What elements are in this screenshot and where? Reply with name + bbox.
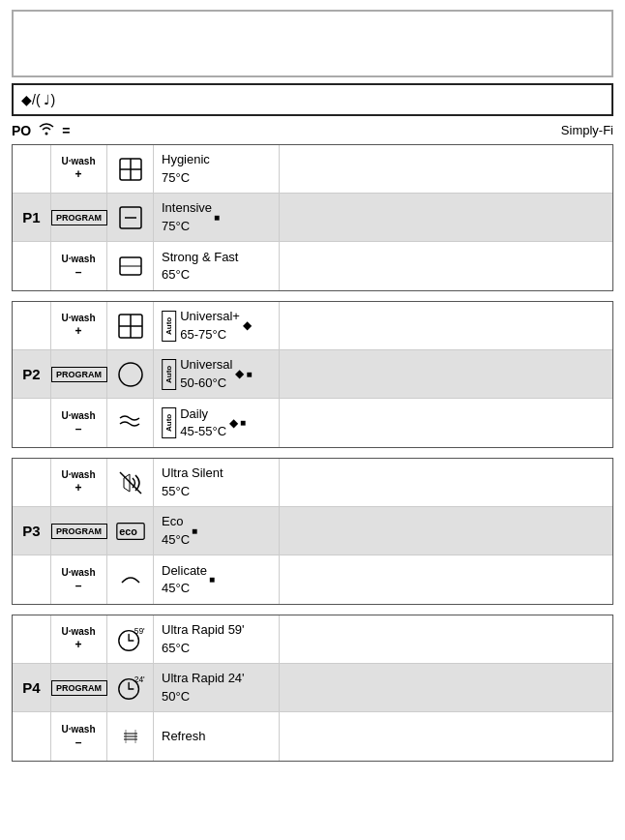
uwash-label-cell: U·wash+: [51, 145, 107, 193]
program-name: Strong & Fast 65°C: [154, 242, 280, 290]
program-id-spacer: [13, 145, 51, 193]
program-id-spacer: [13, 555, 51, 604]
uwash-label: U·wash+: [51, 155, 107, 183]
programs-container: U·wash+Hygienic 75°CP1PROGRAMIntensive 7…: [12, 144, 613, 762]
uwash-label-cell: U·wash+: [51, 459, 107, 506]
program-badge-cell: PROGRAM: [51, 350, 107, 398]
program-row: U·wash+Hygienic 75°C: [13, 145, 612, 194]
program-row: U·wash+AutoUniversal+ 65-75°C◆: [13, 302, 612, 350]
square-indicator: ■: [214, 211, 220, 225]
wifi-icon: [37, 122, 56, 138]
program-name-text: Eco 45°C: [162, 513, 190, 548]
program-id-spacer: [13, 302, 51, 349]
program-name: Delicate 45°C■: [154, 555, 280, 604]
svg-point-11: [119, 363, 142, 386]
options-cell: [280, 507, 612, 555]
uwash-label: U·wash–: [51, 566, 107, 594]
uwash-text: U·wash: [61, 723, 95, 735]
program-row: U·wash–AutoDaily 45-55°C◆■: [13, 399, 612, 447]
program-name: Eco 45°C■: [154, 507, 280, 555]
icon-universal-plus: [107, 302, 154, 349]
program-id-p1: P1: [13, 194, 51, 241]
program-id-spacer: [13, 242, 51, 290]
svg-line-12: [120, 472, 141, 494]
icon-daily: [107, 399, 154, 447]
program-id-p2: P2: [13, 350, 51, 398]
uwash-label-cell: U·wash–: [51, 399, 107, 447]
uwash-text: U·wash: [61, 155, 95, 167]
program-id-p4: P4: [13, 664, 51, 711]
uwash-text: U·wash: [61, 312, 95, 324]
program-name-text: Intensive 75°C: [162, 199, 212, 234]
options-cell: [280, 459, 612, 506]
icon-rapid59: 59': [107, 615, 154, 663]
program-name-text: Delicate 45°C: [162, 562, 207, 597]
program-id-spacer: [13, 459, 51, 506]
program-name-text: Hygienic 75°C: [162, 151, 210, 186]
options-cell: [280, 350, 612, 398]
auto-badge: Auto: [162, 359, 176, 390]
diamond-indicator: ◆: [243, 317, 252, 334]
program-row: P2PROGRAMAutoUniversal 50-60°C◆■: [13, 350, 612, 399]
program-badge-cell: PROGRAM: [51, 664, 107, 711]
program-group-p1: U·wash+Hygienic 75°CP1PROGRAMIntensive 7…: [12, 144, 613, 291]
uwash-sign: +: [74, 638, 81, 653]
svg-text:eco: eco: [119, 525, 137, 537]
uwash-label-cell: U·wash–: [51, 555, 107, 604]
program-id-spacer: [13, 615, 51, 663]
icon-intensive: [107, 194, 154, 241]
program-name: AutoDaily 45-55°C◆■: [154, 399, 280, 447]
program-row: P3PROGRAMecoEco 45°C■: [13, 507, 612, 555]
program-row: U·wash–Refresh: [13, 712, 612, 761]
icon-ultra-silent: [107, 459, 154, 506]
svg-text:59': 59': [134, 626, 144, 636]
uwash-sign: –: [75, 265, 82, 281]
icon-universal: [107, 350, 154, 398]
program-badge: PROGRAM: [51, 210, 107, 225]
wifi-bar: ◆/( ♩): [12, 83, 613, 116]
uwash-text: U·wash: [61, 253, 95, 265]
options-cell: [280, 145, 612, 193]
square-indicator: ■: [192, 525, 197, 538]
program-badge: PROGRAM: [51, 367, 107, 382]
uwash-label: U·wash+: [51, 625, 107, 653]
program-badge: PROGRAM: [51, 680, 107, 696]
icon-eco: eco: [107, 507, 154, 555]
uwash-label: U·wash–: [51, 723, 107, 751]
uwash-text: U·wash: [61, 566, 95, 579]
simply-fi-label: Simply-Fi: [561, 123, 613, 137]
options-cell: [280, 712, 612, 761]
uwash-sign: +: [74, 167, 81, 183]
status-label: PO: [12, 123, 31, 138]
svg-point-0: [45, 133, 48, 135]
wifi-bar-symbol: ◆/( ♩): [21, 92, 55, 107]
uwash-label-cell: U·wash+: [51, 615, 107, 663]
options-cell: [280, 555, 612, 604]
program-id-spacer: [13, 399, 51, 447]
program-name-text: Ultra Silent 55°C: [162, 465, 223, 499]
icon-strong-fast: [107, 242, 154, 290]
uwash-label-cell: U·wash–: [51, 712, 107, 761]
program-name: Ultra Silent 55°C: [154, 459, 280, 506]
uwash-sign: –: [75, 579, 82, 594]
program-badge-cell: PROGRAM: [51, 507, 107, 555]
uwash-label-cell: U·wash–: [51, 242, 107, 290]
uwash-label: U·wash–: [51, 409, 107, 437]
uwash-sign: +: [74, 481, 81, 496]
program-id-p3: P3: [13, 507, 51, 555]
program-name: AutoUniversal 50-60°C◆■: [154, 350, 280, 398]
program-row: U·wash–Delicate 45°C■: [13, 555, 612, 604]
program-name: Intensive 75°C■: [154, 194, 280, 241]
icon-rapid24: 24': [107, 664, 154, 711]
program-name-text: Universal 50-60°C: [180, 356, 232, 391]
icon-delicate: [107, 555, 154, 604]
diamond-indicator: ◆: [229, 415, 238, 432]
equals-sign: =: [62, 123, 70, 138]
options-cell: [280, 615, 612, 663]
uwash-sign: +: [74, 324, 81, 340]
svg-text:24': 24': [134, 675, 144, 684]
program-row: U·wash+Ultra Silent 55°C: [13, 459, 612, 507]
square-indicator: ■: [209, 573, 215, 586]
uwash-label: U·wash–: [51, 253, 107, 281]
program-group-p3: U·wash+Ultra Silent 55°CP3PROGRAMecoEco …: [12, 458, 613, 605]
